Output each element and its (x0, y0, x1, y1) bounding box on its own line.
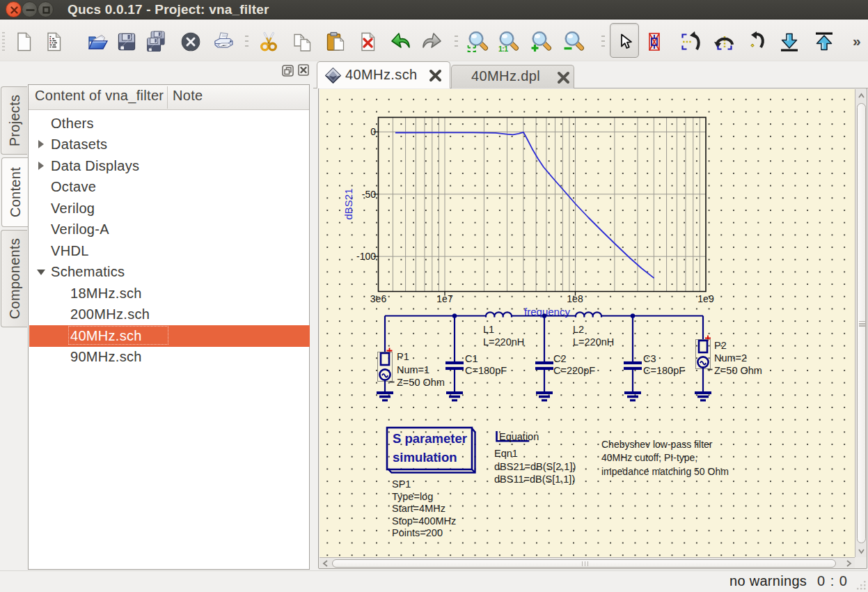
svg-text:C2: C2 (553, 353, 567, 364)
svg-text:Start=4MHz: Start=4MHz (392, 503, 445, 514)
svg-text:1e9: 1e9 (697, 293, 714, 304)
svg-text:Points=200: Points=200 (392, 527, 443, 538)
svg-text:L=220nH: L=220nH (573, 336, 614, 348)
svg-text:C1: C1 (465, 353, 478, 364)
svg-text:1e8: 1e8 (567, 293, 583, 304)
svg-text:Num=1: Num=1 (397, 364, 429, 375)
svg-text:-100: -100 (356, 251, 376, 262)
svg-text:P1: P1 (397, 351, 409, 362)
svg-text:Chebyshev low-pass filter: Chebyshev low-pass filter (601, 439, 713, 450)
svg-text:3e6: 3e6 (370, 293, 387, 304)
svg-text:simulation: simulation (393, 450, 457, 465)
svg-text:impedance matching 50 Ohm: impedance matching 50 Ohm (601, 466, 729, 477)
svg-text:C3: C3 (643, 353, 656, 364)
svg-text:dBS21=dB(S[2,1]): dBS21=dB(S[2,1]) (494, 461, 576, 472)
svg-text:dBS21: dBS21 (342, 188, 354, 219)
svg-text:C=220pF: C=220pF (553, 365, 595, 376)
svg-text:L1: L1 (483, 324, 494, 335)
svg-text:P2: P2 (714, 340, 727, 351)
svg-text:Stop=400MHz: Stop=400MHz (392, 515, 456, 527)
svg-text:C=180pF: C=180pF (465, 365, 507, 376)
svg-text:C=180pF: C=180pF (643, 365, 685, 376)
svg-text:Num=2: Num=2 (714, 352, 747, 364)
svg-text:L2: L2 (573, 324, 584, 335)
svg-text:Equation: Equation (499, 431, 539, 442)
svg-text:SP1: SP1 (392, 478, 411, 490)
svg-text:S parameter: S parameter (393, 431, 467, 446)
svg-text:Eqn1: Eqn1 (494, 448, 518, 459)
svg-text:1:1: 1:1 (498, 45, 508, 53)
svg-text:Z=50 Ohm: Z=50 Ohm (397, 377, 445, 388)
svg-text:L=220nH: L=220nH (483, 336, 524, 348)
svg-text:-50: -50 (362, 189, 376, 200)
svg-text:1e7: 1e7 (436, 293, 453, 304)
svg-text:dBS11=dB(S[1,1]): dBS11=dB(S[1,1]) (494, 474, 575, 485)
svg-text:Z=50 Ohm: Z=50 Ohm (714, 365, 762, 376)
svg-text:Type=log: Type=log (392, 491, 433, 502)
svg-text:0: 0 (370, 126, 376, 137)
svg-text:40MHz cutoff, PI-type,: 40MHz cutoff, PI-type, (601, 452, 697, 463)
